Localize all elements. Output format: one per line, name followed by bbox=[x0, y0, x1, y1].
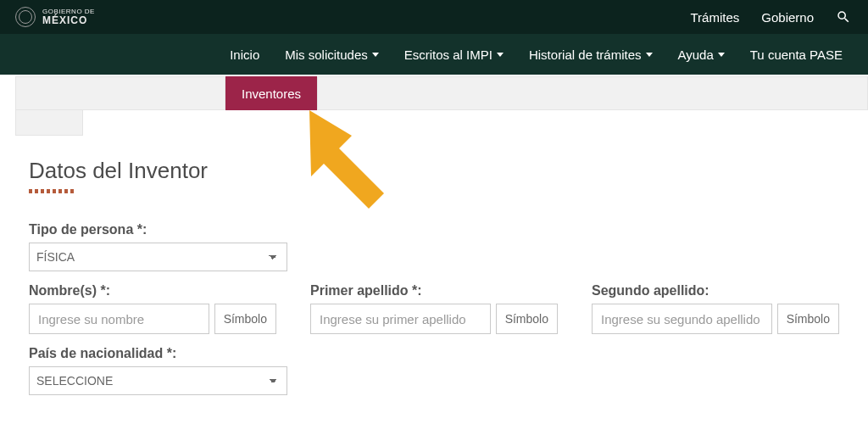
mexico-seal-icon bbox=[15, 7, 36, 27]
nav-cuenta[interactable]: Tu cuenta PASE bbox=[738, 36, 854, 74]
label-tipo-persona: Tipo de persona *: bbox=[29, 222, 287, 237]
input-primer-apellido[interactable] bbox=[310, 304, 491, 334]
tab-placeholder-row2[interactable] bbox=[15, 110, 83, 136]
tab-strip: Inventores bbox=[0, 76, 868, 110]
tab-placeholder[interactable] bbox=[317, 76, 868, 110]
simbolo-button-primer-apellido[interactable]: Símbolo bbox=[496, 304, 558, 334]
top-links: Trámites Gobierno bbox=[691, 9, 852, 25]
nav-historial[interactable]: Historial de trámites bbox=[517, 36, 665, 74]
input-segundo-apellido[interactable] bbox=[592, 304, 772, 334]
simbolo-button-segundo-apellido[interactable]: Símbolo bbox=[777, 304, 839, 334]
field-segundo-apellido: Segundo apellido: Símbolo bbox=[592, 283, 839, 334]
select-tipo-persona[interactable]: FÍSICA bbox=[29, 243, 287, 271]
nav-ayuda[interactable]: Ayuda bbox=[666, 36, 737, 74]
label-primer-apellido: Primer apellido *: bbox=[310, 283, 558, 298]
search-icon[interactable] bbox=[836, 9, 851, 25]
section-title: Datos del Inventor bbox=[29, 158, 839, 184]
field-nombre: Nombre(s) *: Símbolo bbox=[29, 283, 276, 334]
main-nav: Inicio Mis solicitudes Escritos al IMPI … bbox=[0, 34, 868, 75]
simbolo-button-nombre[interactable]: Símbolo bbox=[214, 304, 276, 334]
nav-inicio[interactable]: Inicio bbox=[218, 36, 271, 74]
link-tramites[interactable]: Trámites bbox=[691, 10, 740, 25]
chevron-down-icon bbox=[372, 53, 379, 57]
select-pais[interactable]: SELECCIONE bbox=[29, 366, 287, 395]
chevron-down-icon bbox=[718, 53, 725, 57]
title-underline bbox=[29, 189, 75, 193]
label-segundo-apellido: Segundo apellido: bbox=[592, 283, 839, 298]
field-pais: País de nacionalidad *: SELECCIONE bbox=[29, 346, 287, 395]
row-names: Nombre(s) *: Símbolo Primer apellido *: … bbox=[29, 283, 839, 334]
field-tipo-persona: Tipo de persona *: FÍSICA bbox=[29, 222, 287, 271]
gov-logo-text: GOBIERNO DE MÉXICO bbox=[42, 8, 95, 25]
label-nombre: Nombre(s) *: bbox=[29, 283, 276, 298]
chevron-down-icon bbox=[497, 53, 504, 57]
nav-solicitudes[interactable]: Mis solicitudes bbox=[273, 36, 391, 74]
input-nombre[interactable] bbox=[29, 304, 209, 334]
link-gobierno[interactable]: Gobierno bbox=[761, 10, 814, 25]
tab-placeholder[interactable] bbox=[15, 76, 225, 110]
label-pais: País de nacionalidad *: bbox=[29, 346, 287, 361]
nav-escritos[interactable]: Escritos al IMPI bbox=[392, 36, 515, 74]
tab-inventores[interactable]: Inventores bbox=[225, 76, 317, 110]
gov-label-big: MÉXICO bbox=[42, 15, 95, 25]
gov-topbar: GOBIERNO DE MÉXICO Trámites Gobierno bbox=[0, 0, 868, 34]
gov-logo: GOBIERNO DE MÉXICO bbox=[15, 7, 95, 27]
form-panel: Datos del Inventor Tipo de persona *: FÍ… bbox=[0, 136, 868, 395]
field-primer-apellido: Primer apellido *: Símbolo bbox=[310, 283, 558, 334]
chevron-down-icon bbox=[646, 53, 653, 57]
